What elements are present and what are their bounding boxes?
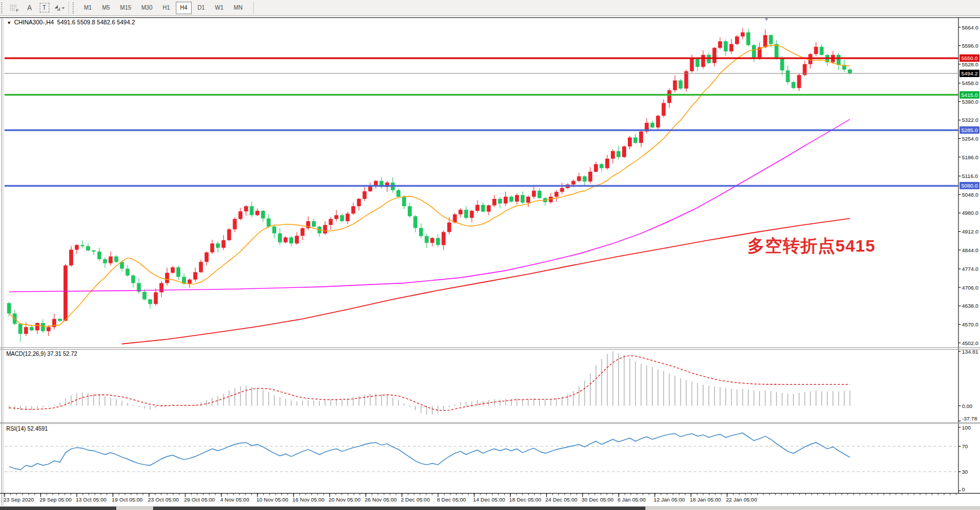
toolbar: F A T M1M5M15M30H1H4D1W1MN bbox=[0, 0, 980, 16]
timeframe-button-w1[interactable]: W1 bbox=[210, 2, 228, 14]
collapse-panel-icon[interactable]: ▼ bbox=[7, 20, 11, 26]
symbol-label: CHINA300-,H4 bbox=[14, 19, 54, 26]
chart-title: ▼CHINA300-,H4 5491.6 5509.8 5482.6 5494.… bbox=[7, 19, 135, 26]
arrow-label-tool-button[interactable]: A bbox=[22, 1, 37, 15]
letter-t-icon: T bbox=[40, 3, 49, 12]
toolbar-group-handle[interactable] bbox=[1, 2, 6, 14]
toolbar-group-handle[interactable] bbox=[73, 2, 77, 14]
style-arrows-tool-button[interactable] bbox=[52, 1, 66, 15]
timeframe-button-mn[interactable]: MN bbox=[229, 2, 247, 14]
pattern-f-tool-button[interactable]: F bbox=[7, 1, 22, 15]
text-tool-button[interactable]: T bbox=[37, 1, 52, 15]
timeframe-button-m30[interactable]: M30 bbox=[137, 2, 157, 14]
horizontal-scrollbar-thumb[interactable] bbox=[153, 507, 645, 510]
timeframe-button-m5[interactable]: M5 bbox=[98, 2, 115, 14]
scroll-to-end-icon[interactable]: ▼ bbox=[764, 16, 769, 22]
toolbar-separator bbox=[69, 2, 69, 14]
timeframe-button-m1[interactable]: M1 bbox=[79, 2, 96, 14]
letter-a-icon: A bbox=[27, 4, 32, 12]
style-arrows-icon bbox=[53, 3, 65, 12]
text-annotation[interactable]: 多空转折点5415 bbox=[747, 235, 876, 258]
timeframe-button-h4[interactable]: H4 bbox=[176, 2, 192, 14]
dotted-grid-f-icon: F bbox=[10, 3, 20, 12]
mt4-window: F A T M1M5M15M30H1H4D1W1MN 5664.05596.05… bbox=[0, 0, 980, 510]
timeframe-button-h1[interactable]: H1 bbox=[158, 2, 175, 14]
svg-text:F: F bbox=[16, 8, 19, 12]
timeframe-button-d1[interactable]: D1 bbox=[193, 2, 209, 14]
horizontal-scrollbar-segment[interactable] bbox=[0, 507, 116, 510]
timeframe-button-m15[interactable]: M15 bbox=[116, 2, 136, 14]
chart-canvas[interactable] bbox=[0, 16, 980, 510]
macd-indicator-label: MACD(12,26,9) 37.31 52.72 bbox=[6, 351, 77, 357]
ohlc-values: 5491.6 5509.8 5482.6 5494.2 bbox=[57, 19, 135, 26]
timeframe-group: M1M5M15M30H1H4D1W1MN bbox=[79, 2, 248, 14]
rsi-indicator-label: RSI(14) 52.4591 bbox=[6, 426, 48, 432]
toolbar-separator bbox=[254, 2, 254, 14]
